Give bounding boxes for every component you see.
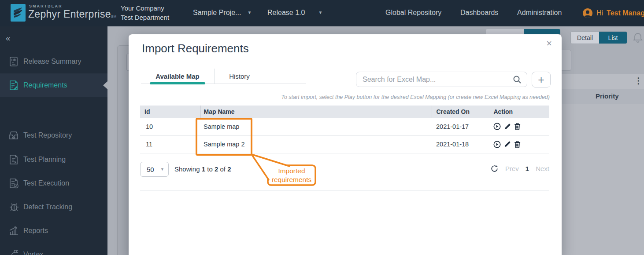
row-actions (493, 141, 549, 148)
search-icon[interactable] (513, 75, 522, 84)
sidebar-item-label: Vortex (23, 251, 43, 255)
test-repository-icon (8, 130, 19, 141)
nav-administration[interactable]: Administration (517, 9, 562, 17)
cell-id: 10 (140, 118, 200, 135)
feather-icon (11, 4, 26, 22)
edit-pencil-icon[interactable] (504, 123, 511, 130)
sidebar-collapse-button[interactable]: « (6, 33, 11, 43)
brand-sm-mark: SM (111, 15, 117, 18)
excel-map-search (356, 72, 527, 87)
cell-map-name: Sample map (200, 118, 432, 135)
column-map-name[interactable]: Map Name (200, 106, 432, 118)
refresh-icon[interactable] (490, 164, 499, 173)
test-planning-icon (8, 154, 19, 165)
prev-page-button[interactable]: Prev (505, 165, 519, 172)
company-name: Your Company (121, 4, 169, 13)
delete-trash-icon[interactable] (514, 141, 521, 148)
sidebar-item-label: Requirements (23, 81, 67, 89)
search-input[interactable] (356, 76, 513, 84)
sidebar-item-test-planning[interactable]: Test Planning (0, 148, 107, 171)
release-selector[interactable]: Release 1.0▼ (267, 9, 322, 17)
sidebar-item-label: Reports (23, 227, 48, 235)
background-toggle-partial (486, 29, 560, 34)
next-page-button[interactable]: Next (536, 165, 549, 172)
table-header-row: Id Map Name Created On Action (140, 106, 549, 118)
sidebar-item-defect-tracking[interactable]: Defect Tracking (0, 195, 107, 219)
column-created-on[interactable]: Created On (432, 106, 490, 118)
brand-zephyr-enterprise: Zephyr EnterpriseSM (28, 8, 117, 20)
modal-tabs: Available Map History (141, 69, 306, 84)
sidebar-item-reports[interactable]: Reports (0, 219, 107, 243)
background-table-toolbar (548, 74, 644, 89)
column-action: Action (490, 106, 549, 118)
release-summary-icon (8, 56, 19, 67)
test-execution-icon (8, 178, 19, 189)
cell-created-on: 2021-01-18 (432, 135, 490, 153)
edit-pencil-icon[interactable] (504, 141, 511, 148)
nav-dashboards[interactable]: Dashboards (460, 9, 498, 17)
caret-down-icon: ▼ (160, 167, 164, 171)
sidebar-item-label: Release Summary (23, 58, 81, 66)
cell-id: 11 (140, 135, 200, 153)
sidebar-item-label: Test Execution (23, 179, 69, 187)
caret-down-icon: ▼ (318, 10, 322, 15)
sidebar-item-label: Test Planning (23, 156, 66, 164)
nav-global-repository[interactable]: Global Repository (385, 9, 441, 17)
brand-smartbear: SMARTBEAR (29, 4, 63, 8)
cell-created-on: 2021-01-17 (432, 118, 490, 135)
detail-list-toggle: Detail List (570, 31, 627, 44)
row-actions (493, 123, 549, 130)
list-button[interactable]: List (599, 32, 627, 44)
active-item-notch (103, 81, 107, 89)
notifications-bell-icon[interactable] (632, 32, 644, 44)
sidebar-item-requirements[interactable]: Requirements (0, 73, 107, 97)
close-icon[interactable]: × (546, 39, 552, 48)
kebab-menu-icon[interactable]: ⋮ (634, 76, 643, 86)
vortex-icon (8, 249, 19, 255)
sidebar: « Release Summary Requirements Test Repo… (0, 26, 107, 255)
add-excel-map-button[interactable]: + (532, 72, 551, 87)
user-name: Test Manage (607, 9, 644, 17)
showing-summary: Showing 1 to 2 of 2 (174, 165, 231, 173)
table-bottom-divider (140, 190, 549, 191)
sidebar-item-label: Defect Tracking (23, 203, 72, 211)
defect-tracking-icon (8, 201, 19, 213)
pagination-bar: 50 ▼ Showing 1 to 2 of 2 Prev 1 Next (140, 162, 549, 179)
excel-map-table: Id Map Name Created On Action 10 Sample … (140, 106, 549, 153)
company-department: Your Company Test Department (121, 4, 169, 22)
department-name: Test Department (121, 13, 169, 22)
import-hint-text: To start import, select the Play button … (281, 94, 550, 100)
import-requirements-modal: Import Requirements × Available Map Hist… (129, 34, 562, 255)
background-table-body (548, 104, 644, 255)
tab-history[interactable]: History (215, 69, 264, 84)
project-selector[interactable]: Sample Proje...▼ (193, 9, 252, 17)
zephyr-logo-icon[interactable] (11, 4, 26, 22)
priority-column-header: Priority (596, 92, 619, 100)
sidebar-item-vortex[interactable]: Vortex (0, 243, 107, 255)
current-page-number[interactable]: 1 (526, 165, 529, 172)
sidebar-item-test-repository[interactable]: Test Repository (0, 124, 107, 147)
page-size-value: 50 (147, 166, 160, 173)
table-row[interactable]: 11 Sample map 2 2021-01-18 (140, 135, 549, 153)
detail-button[interactable]: Detail (571, 32, 599, 44)
page-size-select[interactable]: 50 ▼ (140, 162, 169, 177)
avatar-icon (582, 8, 593, 18)
user-menu[interactable]: Hi Test Manage (582, 7, 644, 19)
reports-icon (8, 225, 19, 237)
modal-title: Import Requirements (142, 42, 249, 55)
sidebar-item-label: Test Repository (23, 131, 72, 139)
sidebar-item-test-execution[interactable]: Test Execution (0, 171, 107, 195)
requirements-icon (8, 80, 19, 91)
play-import-icon[interactable] (493, 141, 501, 148)
pager: Prev 1 Next (490, 164, 549, 173)
sidebar-item-release-summary[interactable]: Release Summary (0, 50, 107, 73)
delete-trash-icon[interactable] (514, 123, 521, 130)
cell-map-name: Sample map 2 (200, 135, 432, 153)
caret-down-icon: ▼ (247, 10, 252, 15)
play-import-icon[interactable] (493, 123, 501, 130)
top-bar: SMARTBEAR Zephyr EnterpriseSM Your Compa… (0, 0, 644, 26)
table-row[interactable]: 10 Sample map 2021-01-17 (140, 118, 549, 135)
column-id[interactable]: Id (140, 106, 200, 118)
tab-available-map[interactable]: Available Map (141, 69, 215, 84)
greeting-text: Hi (596, 9, 603, 17)
